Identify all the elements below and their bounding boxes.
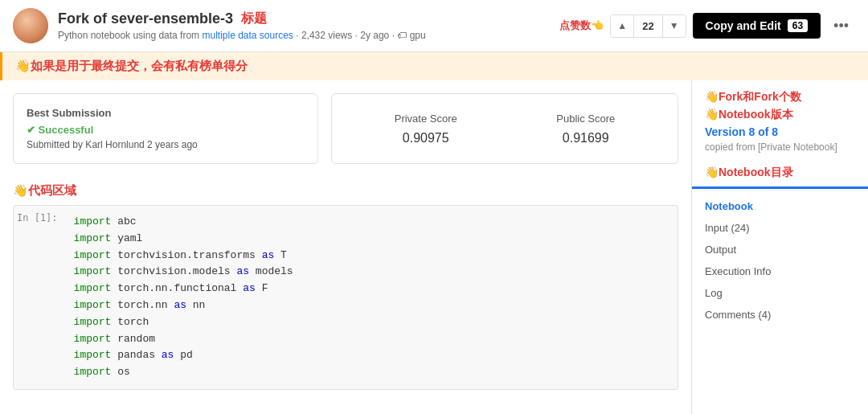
private-score-value: 0.90975: [395, 131, 457, 146]
code-cell-header: In [1]: import abc import yaml import to…: [14, 206, 678, 389]
notebook-title: Fork of sever-ensemble-3: [58, 10, 233, 27]
vote-down-button[interactable]: ▼: [663, 15, 686, 36]
more-options-button[interactable]: •••: [827, 14, 855, 38]
sidebar-nav-comments[interactable]: Comments (4): [705, 304, 855, 326]
meta-description: Python notebook using data from: [58, 30, 199, 41]
avatar: [13, 8, 48, 43]
public-score-label: Public Score: [556, 113, 615, 125]
header-title-row: Fork of sever-ensemble-3 标题: [58, 10, 550, 27]
header-info: Fork of sever-ensemble-3 标题 Python noteb…: [58, 10, 550, 41]
annotation-toc: 👋Notebook目录: [705, 166, 855, 180]
annotation-fork: 👋Fork和Fork个数: [705, 90, 855, 105]
submission-status: ✔ Successful: [27, 124, 305, 136]
avatar-image: [13, 8, 48, 43]
code-line-6: import torch.nn as nn: [74, 297, 668, 314]
scores-card: Private Score 0.90975 Public Score 0.916…: [331, 93, 678, 164]
meta-views: 2,432 views: [301, 30, 352, 41]
content-area: Best Submission ✔ Successful Submitted b…: [0, 80, 691, 414]
sidebar-nav-execution[interactable]: Execution Info: [705, 260, 855, 282]
header-actions: 点赞数👈 ▲ 22 ▼ Copy and Edit 63 •••: [559, 13, 855, 39]
copy-edit-count: 63: [788, 19, 808, 32]
sidebar-nav-notebook[interactable]: Notebook: [705, 195, 855, 217]
private-score-label: Private Score: [395, 113, 457, 125]
public-score-value: 0.91699: [556, 131, 615, 146]
annotation-notebook-version: 👋Notebook版本: [705, 108, 855, 122]
submission-row: Best Submission ✔ Successful Submitted b…: [13, 93, 678, 164]
sidebar-nav-input[interactable]: Input (24): [705, 217, 855, 239]
meta-age: 2y ago: [360, 30, 389, 41]
code-line-9: import pandas as pd: [74, 347, 668, 364]
meta-tag: gpu: [410, 30, 426, 41]
sidebar-divider: [692, 187, 868, 189]
sidebar-copied: copied from [Private Notebook]: [705, 141, 855, 153]
private-score-col: Private Score 0.90975: [395, 113, 457, 146]
code-annotation: 👋代码区域: [13, 180, 678, 205]
code-line-7: import torch: [74, 314, 668, 331]
code-line-2: import yaml: [74, 231, 668, 248]
sidebar-nav-log[interactable]: Log: [705, 282, 855, 304]
annotation-title: 标题: [241, 10, 267, 27]
cell-label: In [1]:: [14, 206, 64, 230]
submission-meta: Submitted by Karl Hornlund 2 years ago: [27, 139, 305, 150]
code-line-10: import os: [74, 364, 668, 381]
sidebar: 👋Fork和Fork个数 👋Notebook版本 Version 8 of 8 …: [691, 80, 868, 414]
code-line-3: import torchvision.transforms as T: [74, 248, 668, 264]
meta-link[interactable]: multiple data sources: [202, 30, 293, 41]
code-cell: In [1]: import abc import yaml import to…: [13, 205, 678, 390]
submission-title: Best Submission: [27, 107, 305, 119]
sidebar-nav-output[interactable]: Output: [705, 239, 855, 260]
code-line-1: import abc: [74, 214, 668, 231]
vote-button[interactable]: ▲ 22 ▼: [610, 14, 686, 38]
vote-count: 22: [633, 15, 662, 37]
code-content: import abc import yaml import torchvisio…: [64, 206, 678, 389]
copy-edit-label: Copy and Edit: [706, 19, 781, 32]
annotation-banner: 👋如果是用于最终提交，会有私有榜单得分: [0, 52, 868, 80]
vote-up-button[interactable]: ▲: [611, 15, 633, 36]
annotation-votes: 点赞数👈: [559, 18, 604, 33]
page-header: Fork of sever-ensemble-3 标题 Python noteb…: [0, 0, 868, 52]
header-meta: Python notebook using data from multiple…: [58, 30, 550, 41]
code-line-5: import torch.nn.functional as F: [74, 281, 668, 297]
code-line-8: import random: [74, 331, 668, 348]
copy-edit-button[interactable]: Copy and Edit 63: [693, 13, 821, 39]
submission-card: Best Submission ✔ Successful Submitted b…: [13, 93, 318, 164]
main-layout: Best Submission ✔ Successful Submitted b…: [0, 80, 868, 414]
public-score-col: Public Score 0.91699: [556, 113, 615, 146]
code-line-4: import torchvision.models as models: [74, 264, 668, 281]
sidebar-version[interactable]: Version 8 of 8: [705, 125, 855, 138]
